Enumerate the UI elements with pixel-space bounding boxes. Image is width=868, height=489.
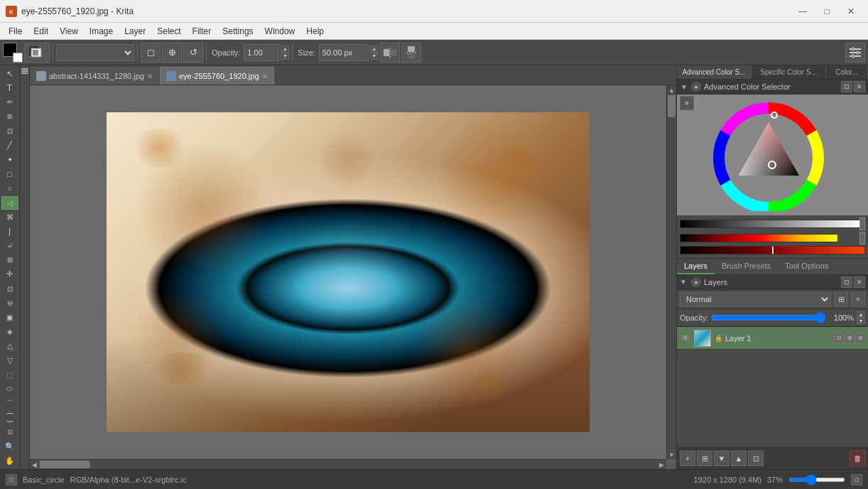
mirror-v-button[interactable] — [401, 43, 421, 63]
layers-expand-btn[interactable]: ▼ — [680, 278, 688, 286]
cs-float-button[interactable]: ⊡ — [841, 81, 852, 92]
tab-eye-close[interactable]: ✕ — [262, 72, 268, 80]
tool-rectangle[interactable]: □ — [1, 167, 18, 181]
menu-edit[interactable]: Edit — [28, 25, 54, 38]
layers-opacity-stepper[interactable]: ▲ ▼ — [857, 311, 865, 324]
maximize-button[interactable]: □ — [815, 1, 838, 21]
collapse-handle[interactable] — [21, 68, 28, 80]
menu-select[interactable]: Select — [151, 25, 186, 38]
layer-item-1[interactable]: 👁 🔒 Layer 1 ⊡ ⊞ ⊟ — [677, 327, 868, 350]
tab-eye[interactable]: eye-2555760_1920.jpg ✕ — [160, 67, 274, 85]
layer-move-up-button[interactable]: ▲ — [731, 451, 747, 466]
tool-gradient[interactable]: ◈ — [1, 325, 18, 338]
layer-properties-button[interactable]: ⊡ — [748, 451, 764, 466]
tool-multibrush[interactable]: ⊞ — [1, 253, 18, 267]
tool-contiguous-sel[interactable]: ▽ — [1, 353, 18, 367]
color-wheel-svg[interactable] — [680, 97, 857, 211]
lp-tab-brush-presets[interactable]: Brush Presets — [715, 259, 778, 274]
tool-triangle-sel[interactable]: △ — [1, 339, 18, 353]
tool-path[interactable]: ⌘ — [1, 210, 18, 224]
lp-tab-tool-options[interactable]: Tool Options — [778, 259, 835, 274]
tab-abstract[interactable]: abstract-1414331_1280.jpg ✕ — [30, 67, 159, 85]
layers-opacity-slider[interactable] — [711, 315, 826, 321]
tool-ellipse-sel[interactable]: ⬭ — [1, 382, 18, 396]
tool-magnet-sel[interactable]: ⁐ — [1, 411, 18, 424]
canvas-scrollbar-horizontal[interactable]: ◀ ▶ — [30, 459, 666, 469]
layers-opacity-down[interactable]: ▼ — [857, 318, 865, 324]
menu-image[interactable]: Image — [84, 25, 119, 38]
tool-text[interactable]: T — [1, 81, 18, 95]
layer-visibility-toggle[interactable]: 👁 — [680, 333, 691, 344]
close-button[interactable]: ✕ — [840, 1, 862, 21]
size-input[interactable] — [319, 44, 369, 61]
menu-file[interactable]: File — [3, 25, 28, 38]
size-up[interactable]: ▲ — [370, 45, 379, 53]
tool-ellipse[interactable]: ○ — [1, 181, 18, 195]
panel-tab-specific-color[interactable]: Specific Color S... — [752, 65, 826, 79]
menu-layer[interactable]: Layer — [119, 25, 151, 38]
tool-measure[interactable]: ⊖ — [1, 296, 18, 310]
panel-tab-color[interactable]: Color... — [826, 65, 868, 79]
lp-tab-layers[interactable]: Layers — [677, 259, 715, 274]
tool-select[interactable]: ↖ — [1, 67, 18, 80]
tool-deform[interactable]: ⊙ — [1, 425, 18, 439]
cs-settings-btn[interactable]: ≡ — [680, 96, 694, 110]
tab-abstract-close[interactable]: ✕ — [147, 72, 153, 80]
tool-freehand[interactable]: ✏ — [1, 95, 18, 109]
canvas-wrapper[interactable]: ▼ ▲ ◀ ▶ — [30, 85, 676, 469]
mirror-h-button[interactable] — [380, 43, 400, 63]
color-swatch-group[interactable] — [3, 43, 23, 63]
tool-color-pick[interactable]: ✦ — [1, 153, 18, 166]
transform-button[interactable]: ⊕ — [162, 43, 182, 63]
tool-calligraphy[interactable]: ⊞ — [1, 110, 18, 124]
tool-pan[interactable]: ✋ — [1, 454, 18, 468]
add-group-button[interactable]: ⊞ — [697, 451, 712, 466]
opacity-down[interactable]: ▼ — [281, 53, 289, 60]
layers-settings-button[interactable]: ≡ — [851, 292, 865, 306]
tool-line[interactable]: ╱ — [1, 139, 18, 152]
delete-layer-button[interactable]: 🗑 — [850, 451, 865, 466]
canvas-scrollbar-vertical[interactable]: ▼ ▲ — [666, 85, 676, 459]
panel-settings-button[interactable] — [845, 43, 865, 63]
layers-filter-button[interactable]: ⊞ — [834, 292, 848, 306]
minimize-button[interactable]: — — [791, 1, 814, 21]
tool-freehand-sel[interactable]: ⌒ — [1, 397, 18, 410]
tool-zoom[interactable]: 🔍 — [1, 439, 18, 453]
add-layer-button[interactable]: + — [680, 451, 695, 466]
tool-path-select[interactable]: ◁ — [1, 196, 18, 210]
panel-tab-advanced-color[interactable]: Advanced Color S... — [677, 65, 752, 79]
layers-blend-select[interactable]: Normal Multiply Screen — [680, 292, 831, 306]
tool-move[interactable]: ✛ — [1, 267, 18, 281]
layer-action-1[interactable]: ⊡ — [834, 333, 844, 343]
rotate-button[interactable]: ↺ — [183, 43, 203, 63]
layer-action-2[interactable]: ⊞ — [845, 333, 855, 343]
layers-float-button[interactable]: ⊡ — [841, 276, 852, 288]
blend-mode-select[interactable]: Normal — [56, 44, 134, 61]
cs-expand-btn[interactable]: ▼ — [680, 82, 688, 91]
tool-crop[interactable]: ⊡ — [1, 282, 18, 296]
eraser-button[interactable]: ◻ — [141, 43, 161, 63]
menu-help[interactable]: Help — [300, 25, 330, 38]
menu-settings[interactable]: Settings — [217, 25, 259, 38]
size-stepper[interactable]: ▲ ▼ — [370, 45, 379, 60]
layer-action-3[interactable]: ⊟ — [855, 333, 865, 343]
tool-smart-patch[interactable]: ⤾ — [1, 239, 18, 252]
opacity-stepper[interactable]: ▲ ▼ — [281, 45, 289, 60]
statusbar-canvas-icon[interactable]: ⊡ — [851, 474, 862, 485]
size-down[interactable]: ▼ — [370, 53, 379, 60]
hue-slider-thumb[interactable] — [859, 232, 865, 244]
color-settings-button[interactable] — [24, 43, 50, 63]
cs-close-button[interactable]: ✕ — [854, 81, 865, 92]
tool-shape[interactable]: ⊡ — [1, 124, 18, 138]
layers-opacity-up[interactable]: ▲ — [857, 311, 865, 318]
opacity-up[interactable]: ▲ — [281, 45, 289, 53]
layer-move-down-button[interactable]: ▼ — [714, 451, 729, 466]
value-slider-thumb[interactable] — [859, 217, 865, 230]
menu-window[interactable]: Window — [259, 25, 301, 38]
zoom-slider[interactable] — [788, 478, 845, 482]
tool-freehand-path[interactable]: ∫ — [1, 225, 18, 238]
opacity-input[interactable] — [244, 44, 279, 61]
tool-fill[interactable]: ▣ — [1, 311, 18, 324]
menu-view[interactable]: View — [54, 25, 84, 38]
tool-rect-sel[interactable]: ⬚ — [1, 368, 18, 382]
